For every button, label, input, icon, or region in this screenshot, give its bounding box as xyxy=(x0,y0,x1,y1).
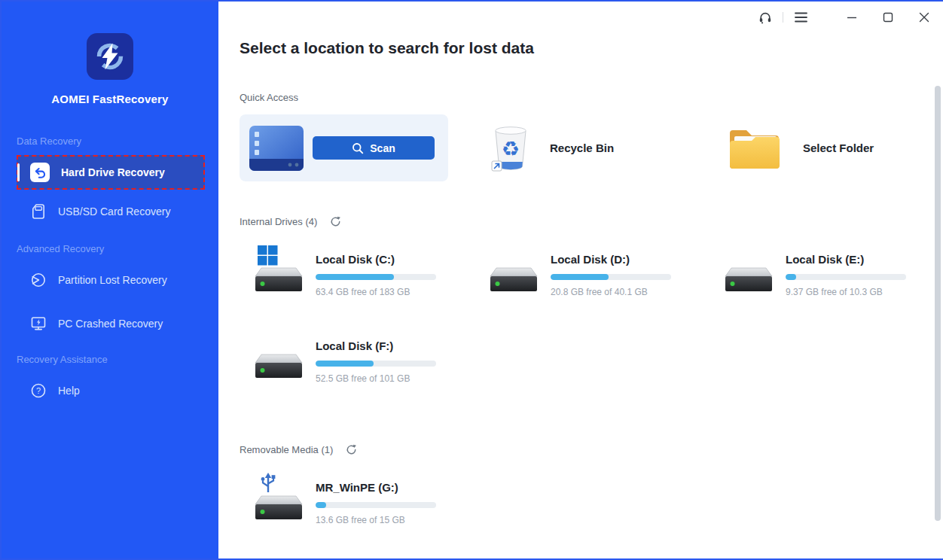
titlebar xyxy=(757,2,943,33)
capacity-bar xyxy=(316,502,436,508)
sidebar-section-advanced-recovery: Advanced Recovery xyxy=(17,243,218,254)
removable-media-header: Removable Media (1) xyxy=(240,444,943,455)
refresh-icon[interactable] xyxy=(330,216,341,227)
drive-name: Local Disk (C:) xyxy=(316,253,395,266)
folder-icon xyxy=(726,124,783,172)
pc-crash-icon xyxy=(30,315,47,332)
drive-name: Local Disk (E:) xyxy=(786,253,864,266)
sidebar-item-label: Help xyxy=(58,385,80,397)
hard-drive-icon xyxy=(725,245,774,294)
internal-drives-label: Internal Drives (4) xyxy=(240,216,317,227)
recycle-bin-item[interactable]: ♻ Recycle Bin xyxy=(475,123,710,173)
capacity-bar-fill xyxy=(786,274,796,280)
lightning-logo-icon xyxy=(95,41,125,72)
select-folder-item[interactable]: Select Folder xyxy=(710,124,943,172)
sidebar-item-label: Hard Drive Recovery xyxy=(61,166,165,178)
app-name: AOMEI FastRecovery xyxy=(2,93,218,105)
drive-item-d[interactable]: Local Disk (D:) 20.8 GB free of 40.1 GB xyxy=(475,245,710,297)
capacity-bar xyxy=(316,274,436,280)
app-window: AOMEI FastRecovery Data Recovery Hard Dr… xyxy=(0,0,943,560)
partition-pie-icon xyxy=(30,272,47,288)
select-folder-label: Select Folder xyxy=(803,142,874,154)
sidebar-item-label: PC Crashed Recovery xyxy=(58,318,163,330)
app-logo xyxy=(87,33,133,80)
this-pc-scan-card[interactable]: Scan xyxy=(240,114,448,181)
capacity-bar xyxy=(551,274,671,280)
capacity-bar-fill xyxy=(316,502,326,508)
sd-card-icon xyxy=(30,203,47,220)
capacity-bar-fill xyxy=(316,361,374,367)
capacity-bar xyxy=(786,274,906,280)
menu-icon[interactable] xyxy=(792,9,809,26)
drive-free-space: 13.6 GB free of 15 GB xyxy=(316,515,436,525)
scan-button[interactable]: Scan xyxy=(313,136,435,160)
minimize-button[interactable] xyxy=(844,9,860,26)
sidebar-item-pc-crashed-recovery[interactable]: PC Crashed Recovery xyxy=(2,309,218,339)
drive-free-space: 9.37 GB free of 10.3 GB xyxy=(786,287,906,297)
recycle-bin-label: Recycle Bin xyxy=(550,142,614,154)
search-icon xyxy=(352,142,364,154)
drive-name: Local Disk (D:) xyxy=(551,253,630,266)
drive-free-space: 20.8 GB free of 40.1 GB xyxy=(551,287,671,297)
capacity-bar xyxy=(316,361,436,367)
svg-text:?: ? xyxy=(36,386,41,395)
recycle-bin-icon: ♻ xyxy=(491,123,530,173)
sidebar-item-partition-lost-recovery[interactable]: Partition Lost Recovery xyxy=(2,265,218,295)
support-headset-icon[interactable] xyxy=(757,9,774,26)
sidebar-item-usb-sd-recovery[interactable]: USB/SD Card Recovery xyxy=(2,196,218,227)
drive-name: MR_WinPE (G:) xyxy=(316,481,398,494)
internal-drives-header: Internal Drives (4) xyxy=(240,216,943,227)
sidebar-item-label: Partition Lost Recovery xyxy=(58,274,167,286)
capacity-bar-fill xyxy=(551,274,609,280)
sidebar-item-hard-drive-recovery[interactable]: Hard Drive Recovery xyxy=(17,155,205,190)
removable-media-label: Removable Media (1) xyxy=(240,444,333,455)
svg-text:♻: ♻ xyxy=(502,137,520,160)
drive-name: Local Disk (F:) xyxy=(316,339,393,352)
sidebar-item-label: USB/SD Card Recovery xyxy=(58,205,170,218)
drive-item-g[interactable]: MR_WinPE (G:) 13.6 GB free of 15 GB xyxy=(240,473,475,525)
vertical-scrollbar[interactable] xyxy=(935,86,941,521)
quick-access-label: Quick Access xyxy=(240,92,943,103)
refresh-icon[interactable] xyxy=(346,444,357,455)
drive-item-c[interactable]: Local Disk (C:) 63.4 GB free of 183 GB xyxy=(240,245,475,297)
drive-free-space: 63.4 GB free of 183 GB xyxy=(316,287,436,297)
help-icon: ? xyxy=(30,382,47,399)
main-panel: Select a location to search for lost dat… xyxy=(218,2,943,558)
page-title: Select a location to search for lost dat… xyxy=(240,39,943,57)
sidebar-item-help[interactable]: ? Help xyxy=(2,376,218,406)
scan-button-label: Scan xyxy=(370,142,395,154)
capacity-bar-fill xyxy=(316,274,394,280)
selection-indicator xyxy=(17,163,20,181)
internal-drives-grid: Local Disk (C:) 63.4 GB free of 183 GB xyxy=(240,245,943,384)
usb-drive-icon xyxy=(255,473,304,522)
hard-drive-icon xyxy=(255,245,304,294)
sidebar: AOMEI FastRecovery Data Recovery Hard Dr… xyxy=(2,2,218,558)
drive-item-e[interactable]: Local Disk (E:) 9.37 GB free of 10.3 GB xyxy=(710,245,943,297)
hard-drive-icon xyxy=(490,245,539,294)
close-button[interactable] xyxy=(916,9,932,26)
sidebar-section-data-recovery: Data Recovery xyxy=(17,135,218,147)
drive-free-space: 52.5 GB free of 101 GB xyxy=(316,373,436,384)
drive-illustration-icon xyxy=(249,126,304,171)
sidebar-section-recovery-assistance: Recovery Assistance xyxy=(17,354,218,365)
maximize-button[interactable] xyxy=(880,9,896,26)
drive-item-f[interactable]: Local Disk (F:) 52.5 GB free of 101 GB xyxy=(240,332,475,384)
hard-drive-icon xyxy=(255,332,304,380)
titlebar-divider xyxy=(783,12,783,23)
recovery-arrow-icon xyxy=(30,163,50,182)
removable-media-grid: MR_WinPE (G:) 13.6 GB free of 15 GB xyxy=(240,473,943,525)
quick-access-row: Scan ♻ Recycle Bin xyxy=(240,114,943,181)
